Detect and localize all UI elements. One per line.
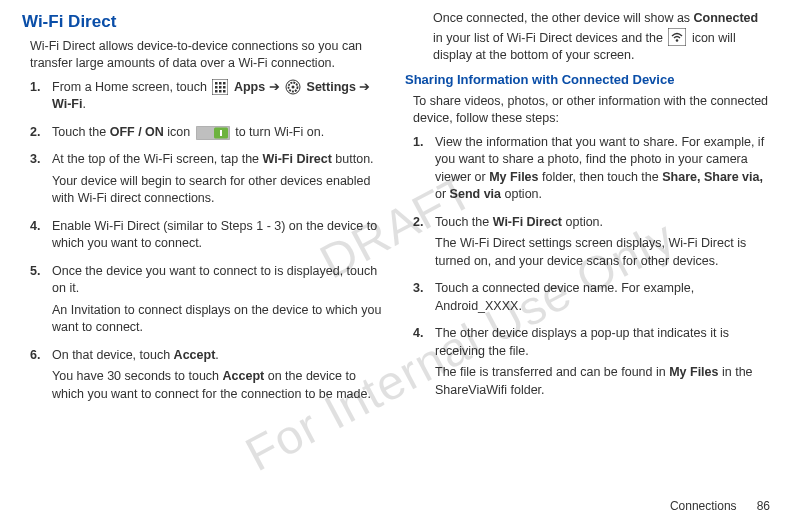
step-number: 4. — [413, 325, 435, 403]
step-number: 3. — [413, 280, 435, 319]
connected-note: Once connected, the other device will sh… — [433, 10, 770, 65]
apps-icon — [212, 79, 228, 95]
step-number: 6. — [30, 347, 52, 408]
section-heading: Wi-Fi Direct — [22, 10, 387, 34]
step-body: Enable Wi-Fi Direct (similar to Steps 1 … — [52, 218, 387, 257]
step-item: 5.Once the device you want to connect to… — [30, 263, 387, 341]
step-body: View the information that you want to sh… — [435, 134, 770, 208]
settings-icon — [285, 79, 301, 95]
svg-rect-7 — [215, 90, 218, 93]
svg-point-12 — [292, 85, 295, 88]
page-footer: Connections 86 — [670, 498, 770, 515]
wifi-direct-status-icon — [668, 28, 686, 46]
step-item: 4.The other device displays a pop-up tha… — [413, 325, 770, 403]
steps-list-left: 1.From a Home screen, touch Apps ➔ Setti… — [30, 79, 387, 408]
svg-rect-2 — [219, 82, 222, 85]
step-after: The Wi-Fi Direct settings screen display… — [435, 235, 770, 270]
step-text: Enable Wi-Fi Direct (similar to Steps 1 … — [52, 218, 387, 253]
svg-rect-6 — [223, 86, 226, 89]
step-text: Touch the Wi-Fi Direct option. — [435, 214, 770, 232]
step-text: Once the device you want to connect to i… — [52, 263, 387, 298]
step-body: Touch a connected device name. For examp… — [435, 280, 770, 319]
svg-rect-8 — [219, 90, 222, 93]
step-number: 3. — [30, 151, 52, 212]
toggle-on-icon — [196, 126, 230, 140]
step-text: View the information that you want to sh… — [435, 134, 770, 204]
svg-rect-15 — [220, 130, 222, 136]
step-body: The other device displays a pop-up that … — [435, 325, 770, 403]
step-item: 3.Touch a connected device name. For exa… — [413, 280, 770, 319]
left-column: Wi-Fi Direct Wi-Fi Direct allows device-… — [22, 10, 387, 413]
step-text: From a Home screen, touch Apps ➔ Setting… — [52, 79, 387, 114]
step-item: 3.At the top of the Wi-Fi screen, tap th… — [30, 151, 387, 212]
step-number: 2. — [413, 214, 435, 275]
step-text: On that device, touch Accept. — [52, 347, 387, 365]
steps-list-right: 1.View the information that you want to … — [413, 134, 770, 404]
step-body: Touch the OFF / ON icon to turn Wi-Fi on… — [52, 124, 387, 146]
step-text: The other device displays a pop-up that … — [435, 325, 770, 360]
subsection-intro: To share videos, photos, or other inform… — [413, 93, 770, 128]
step-text: At the top of the Wi-Fi screen, tap the … — [52, 151, 387, 169]
step-number: 1. — [413, 134, 435, 208]
section-intro: Wi-Fi Direct allows device-to-device con… — [30, 38, 387, 73]
step-after: You have 30 seconds to touch Accept on t… — [52, 368, 387, 403]
right-column: Once connected, the other device will sh… — [405, 10, 770, 413]
footer-page: 86 — [757, 499, 770, 513]
svg-rect-5 — [219, 86, 222, 89]
step-body: At the top of the Wi-Fi screen, tap the … — [52, 151, 387, 212]
step-after: An Invitation to connect displays on the… — [52, 302, 387, 337]
step-item: 1.View the information that you want to … — [413, 134, 770, 208]
step-body: On that device, touch Accept.You have 30… — [52, 347, 387, 408]
step-item: 1.From a Home screen, touch Apps ➔ Setti… — [30, 79, 387, 118]
step-number: 5. — [30, 263, 52, 341]
step-item: 6.On that device, touch Accept.You have … — [30, 347, 387, 408]
step-text: Touch the OFF / ON icon to turn Wi-Fi on… — [52, 124, 387, 142]
step-number: 2. — [30, 124, 52, 146]
step-body: Touch the Wi-Fi Direct option.The Wi-Fi … — [435, 214, 770, 275]
subsection-heading: Sharing Information with Connected Devic… — [405, 71, 770, 89]
step-item: 2.Touch the Wi-Fi Direct option.The Wi-F… — [413, 214, 770, 275]
step-item: 4.Enable Wi-Fi Direct (similar to Steps … — [30, 218, 387, 257]
step-body: Once the device you want to connect to i… — [52, 263, 387, 341]
svg-rect-4 — [215, 86, 218, 89]
two-column-layout: Wi-Fi Direct Wi-Fi Direct allows device-… — [22, 10, 770, 413]
svg-rect-1 — [215, 82, 218, 85]
step-text: Touch a connected device name. For examp… — [435, 280, 770, 315]
step-number: 4. — [30, 218, 52, 257]
step-number: 1. — [30, 79, 52, 118]
svg-rect-3 — [223, 82, 226, 85]
step-after: Your device will begin to search for oth… — [52, 173, 387, 208]
svg-rect-9 — [223, 90, 226, 93]
step-after: The file is transferred and can be found… — [435, 364, 770, 399]
step-body: From a Home screen, touch Apps ➔ Setting… — [52, 79, 387, 118]
step-item: 2.Touch the OFF / ON icon to turn Wi-Fi … — [30, 124, 387, 146]
svg-point-17 — [676, 39, 679, 42]
footer-section: Connections — [670, 499, 737, 513]
